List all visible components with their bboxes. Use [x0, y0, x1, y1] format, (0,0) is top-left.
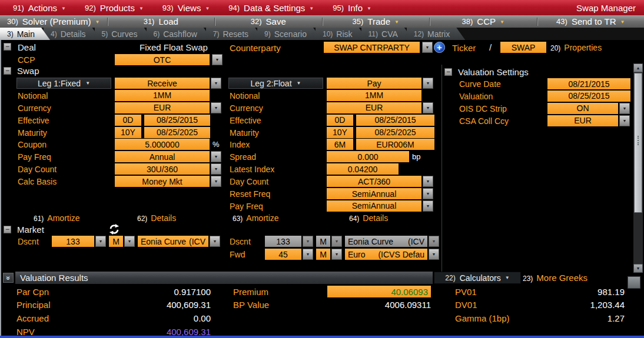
field-value[interactable]: Receive [115, 78, 210, 89]
dropdown-button[interactable]: ▼ [423, 176, 433, 187]
menu-item-info[interactable]: 95)Info▼ [323, 0, 381, 15]
add-counterparty-icon[interactable]: + [434, 42, 445, 53]
field-value[interactable]: 0.000 [327, 151, 409, 162]
link-details-leg1[interactable]: 62)Details [137, 213, 176, 223]
dropdown-button[interactable]: ▼ [211, 102, 221, 113]
dropdown-button[interactable]: ▼ [211, 163, 221, 175]
field-value[interactable]: EUR [327, 102, 421, 113]
dropdown-button[interactable]: ▼ [211, 151, 221, 162]
leg-type-button[interactable]: Leg 1:Fixed▼ [16, 78, 111, 89]
field-value[interactable]: EUR [115, 102, 210, 113]
field-value[interactable]: EUR006M [356, 139, 434, 150]
field-value[interactable]: 08/25/2025 [144, 127, 210, 138]
calculators-button[interactable]: 22) Calculators ▼ [434, 272, 521, 284]
field-value[interactable]: ON [547, 103, 618, 114]
action-item-save[interactable]: 32)Save [215, 16, 322, 26]
curve-field[interactable]: Eonia Curve(ICV [345, 236, 427, 247]
action-item-send-to-tr[interactable]: 43)Send to TR▼ [537, 16, 644, 26]
field-value[interactable]: 08/25/2015 [547, 91, 630, 102]
ccp-field[interactable]: OTC [115, 54, 210, 65]
field-value[interactable]: Money Mkt [115, 176, 210, 187]
field-value[interactable]: 0.04200 [327, 163, 399, 175]
dropdown-button[interactable]: ▼ [211, 176, 221, 187]
field-value[interactable]: 0D [115, 115, 141, 126]
vertical-scrollbar[interactable]: ▲ ▼ [633, 63, 643, 273]
field-value[interactable]: Annual [115, 151, 210, 162]
dropdown-button[interactable]: ▼ [429, 249, 439, 260]
tab-resets[interactable]: 7)Resets [206, 28, 264, 40]
field-value[interactable]: 0D [327, 115, 353, 126]
counterparty-field[interactable]: SWAP CNTRPARTY [324, 42, 420, 53]
ticker-field[interactable]: SWAP [500, 42, 546, 53]
field-value[interactable]: 1MM [115, 90, 210, 101]
counterparty-dropdown-button[interactable]: ▼ [422, 42, 433, 53]
action-item-trade[interactable]: 35)Trade▼ [323, 16, 430, 26]
dropdown-button[interactable]: ▼ [619, 103, 630, 114]
scroll-down-button[interactable]: ▼ [633, 264, 643, 273]
collapse-market-icon[interactable]: − [4, 226, 11, 233]
tab-cashflow[interactable]: 6)Cashflow [147, 28, 213, 40]
field-value[interactable]: 08/21/2015 [547, 78, 630, 89]
tab-main[interactable]: 3)Main [0, 28, 50, 40]
scrollbar-thumb[interactable] [634, 73, 642, 213]
dropdown-button[interactable]: ▼ [211, 78, 221, 89]
action-item-ccp[interactable]: 38)CCP▼ [430, 16, 537, 26]
dropdown-button[interactable]: ▼ [331, 236, 342, 247]
curve-field[interactable]: Euro(ICVS Defau [345, 249, 427, 260]
ccp-dropdown-button[interactable]: ▼ [212, 54, 223, 65]
unit-field[interactable]: M [316, 236, 330, 247]
dropdown-button[interactable]: ▼ [303, 236, 313, 247]
tab-details[interactable]: 4)Details [44, 28, 101, 40]
menu-item-views[interactable]: 93)Views▼ [153, 0, 219, 15]
unit-field[interactable]: M [316, 249, 330, 260]
field-value[interactable]: 1MM [327, 90, 421, 101]
dropdown-button[interactable]: ▼ [423, 78, 433, 89]
tab-risk[interactable]: 10)Risk [316, 28, 368, 40]
link-details-leg2[interactable]: 64)Details [349, 213, 388, 223]
dropdown-button[interactable]: ▼ [331, 249, 342, 260]
dropdown-button[interactable]: ▼ [423, 200, 433, 212]
link-amortize-leg1[interactable]: 61)Amortize [34, 213, 80, 223]
dropdown-button[interactable]: ▼ [303, 249, 313, 260]
collapse-swap-icon[interactable]: − [4, 67, 11, 75]
scroll-up-button[interactable]: ▲ [633, 63, 643, 72]
field-value[interactable]: 5.000000 [115, 139, 210, 150]
tab-scenario[interactable]: 9)Scenario [257, 28, 322, 40]
tab-curves[interactable]: 5)Curves [95, 28, 153, 40]
field-value[interactable]: 6M [327, 139, 353, 150]
tab-cva[interactable]: 11)CVA [361, 28, 413, 40]
properties-link[interactable]: 20) Properties [550, 43, 602, 52]
field-value[interactable]: 08/25/2025 [356, 127, 434, 138]
field-value[interactable]: SemiAnnual [327, 200, 421, 212]
tab-matrix[interactable]: 12)Matrix [407, 28, 465, 40]
link-amortize-leg2[interactable]: 63)Amortize [233, 213, 279, 223]
field-value[interactable]: SemiAnnual [327, 188, 421, 199]
field-value[interactable]: 10Y [115, 127, 141, 138]
dropdown-button[interactable]: ▼ [423, 188, 433, 199]
collapse-results-button[interactable]: » [3, 273, 14, 283]
collapse-deal-icon[interactable]: − [4, 43, 11, 51]
more-greeks-link[interactable]: 23) More Greeks [523, 273, 587, 283]
field-value[interactable]: Pay [327, 78, 421, 89]
menu-item-actions[interactable]: 91)Actions▼ [4, 0, 75, 15]
field-value[interactable]: EUR [547, 115, 618, 126]
field-value[interactable]: 08/25/2015 [356, 115, 434, 126]
leg-type-button[interactable]: Leg 2:Float▼ [228, 78, 323, 89]
link-number: 23) [523, 275, 533, 283]
refresh-icon[interactable] [108, 223, 121, 235]
action-item-load[interactable]: 31)Load [108, 16, 215, 26]
dropdown-button[interactable]: ▼ [619, 115, 630, 126]
field-value[interactable]: 10Y [327, 127, 353, 138]
field-value[interactable]: ACT/360 [327, 176, 421, 187]
menu-item-data-settings[interactable]: 94)Data & Settings▼ [219, 0, 323, 15]
premium-field[interactable]: 40.06093 [327, 286, 431, 297]
field-value[interactable]: 45 [265, 249, 301, 260]
field-value[interactable]: 30U/360 [115, 163, 210, 175]
action-item-solver-premium[interactable]: 30)Solver (Premium)▼ [0, 16, 107, 26]
menu-item-products[interactable]: 92)Products▼ [75, 0, 153, 15]
collapse-valuation-settings-icon[interactable]: − [444, 68, 452, 76]
field-value[interactable]: 08/25/2015 [144, 115, 210, 126]
dropdown-button[interactable]: ▼ [429, 236, 439, 247]
dropdown-button[interactable]: ▼ [423, 102, 433, 113]
field-value[interactable]: 133 [265, 236, 301, 247]
